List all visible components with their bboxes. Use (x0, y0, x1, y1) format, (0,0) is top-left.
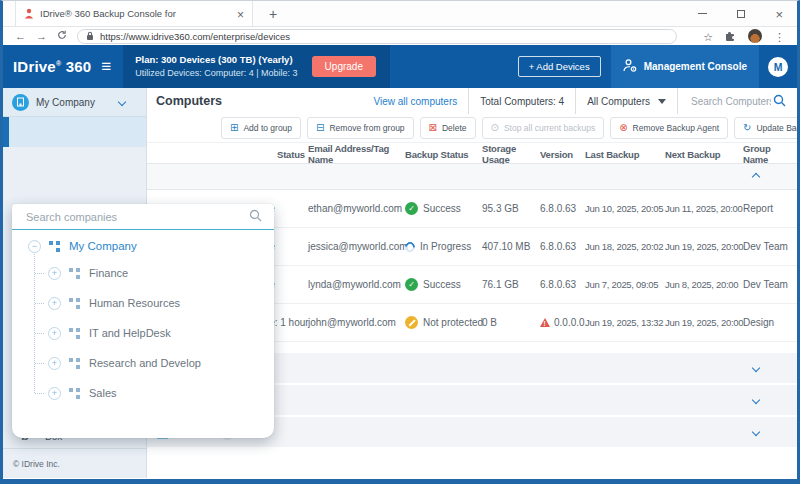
column-storage-usage[interactable]: Storage Usage (480, 143, 540, 165)
expanded-group-band[interactable] (147, 164, 797, 190)
tree-child-label: Finance (89, 267, 128, 279)
toolbar-button[interactable]: Add to group (221, 117, 301, 139)
version-cell: 6.8.0.63 (540, 203, 585, 214)
close-icon[interactable] (775, 5, 783, 23)
expand-plus-icon[interactable] (48, 357, 61, 370)
column-group-name[interactable]: Group Name (743, 143, 797, 165)
view-all-computers-link[interactable]: View all computers (363, 88, 469, 114)
column-last-backup[interactable]: Last Backup (585, 149, 665, 160)
hamburger-menu-icon[interactable] (101, 57, 111, 77)
forward-icon[interactable] (36, 31, 47, 42)
tree-child-label: Research and Develop (89, 357, 201, 369)
toolbar-button-icon (429, 123, 437, 133)
version-cell: 6.8.0.63 (540, 279, 585, 290)
column-next-backup[interactable]: Next Backup (665, 149, 743, 160)
window-controls (698, 1, 783, 26)
org-icon (69, 327, 81, 339)
company-dropdown-panel: My Company Finance Human (12, 204, 274, 438)
storage-usage: 95.3 GB (480, 203, 540, 214)
collapse-chevron-up-icon[interactable] (752, 173, 760, 181)
tree-node-child[interactable]: Research and Develop (12, 348, 274, 378)
next-backup: Jun 19, 2025, 20:00 (665, 317, 743, 328)
expand-chevron-down-icon[interactable] (752, 396, 760, 404)
toolbar-button[interactable]: Remove Backup Agent (610, 117, 728, 139)
expand-chevron-down-icon[interactable] (752, 364, 760, 372)
minimize-icon[interactable] (698, 13, 707, 14)
company-selector[interactable]: My Company (3, 88, 146, 117)
chevron-down-icon (118, 98, 126, 106)
search-computers-box[interactable] (678, 88, 797, 114)
browser-tab[interactable]: IDrive® 360 Backup Console for (15, 1, 253, 26)
version-cell: 6.8.0.63 (540, 241, 585, 252)
column-status[interactable]: Status (240, 149, 305, 160)
tree-node-child[interactable]: Sales (12, 378, 274, 408)
backup-status-cell: Success (405, 278, 480, 291)
company-search-input[interactable] (24, 210, 249, 224)
address-bar[interactable]: https://www.idrive360.com/enterprise/dev… (77, 29, 677, 44)
upgrade-button[interactable]: Upgrade (312, 56, 376, 77)
tree-node-root[interactable]: My Company (12, 234, 274, 258)
plan-line2: Utilized Devices: Computer: 4 | Mobile: … (135, 67, 297, 80)
browser-url-bar: https://www.idrive360.com/enterprise/dev… (3, 27, 797, 45)
page-header-row: Computers View all computers Total Compu… (147, 88, 797, 114)
management-console-icon (623, 59, 637, 74)
management-console-button[interactable]: Management Console (611, 45, 759, 88)
toolbar-button[interactable]: Delete (420, 117, 476, 139)
computer-email: john@myworld.com (305, 317, 405, 328)
page-title: Computers (147, 94, 222, 108)
expand-plus-icon[interactable] (48, 327, 61, 340)
expand-chevron-down-icon[interactable] (752, 428, 760, 436)
group-name: Design (743, 317, 797, 328)
backup-status-icon (405, 278, 418, 291)
version-cell: 0.0.0.0 (540, 317, 585, 328)
idrive360-logo: IDrive® 360 (3, 58, 91, 75)
tab-close-icon[interactable] (237, 5, 244, 23)
url-text: https://www.idrive360.com/enterprise/dev… (100, 31, 290, 42)
browser-tab-strip: IDrive® 360 Backup Console for (3, 1, 797, 27)
last-backup: Jun 7, 2025, 09:05 (585, 279, 665, 290)
sidebar-item-computers-active[interactable] (3, 117, 146, 147)
search-icon[interactable] (773, 94, 786, 109)
plan-line1: Plan: 300 Devices (300 TB) (Yearly) (135, 53, 297, 67)
browser-profile-avatar[interactable] (748, 29, 762, 43)
toolbar-button-icon (230, 123, 238, 133)
next-backup: Jun 19, 2025, 20:00 (665, 241, 743, 252)
backup-status-icon (405, 202, 418, 215)
plan-summary-panel: Plan: 300 Devices (300 TB) (Yearly) Util… (123, 45, 390, 88)
search-computers-input[interactable] (689, 95, 773, 108)
toolbar-button[interactable]: Update Backup Agent (734, 117, 800, 139)
toolbar-button[interactable]: Stop all current backups (482, 117, 605, 139)
company-search-box[interactable] (12, 204, 274, 230)
group-name: Dev Team (743, 241, 797, 252)
app-header: IDrive® 360 Plan: 300 Devices (300 TB) (… (3, 45, 797, 88)
extensions-puzzle-icon[interactable] (725, 27, 736, 45)
total-computers-count: Total Computers: 4 (469, 88, 575, 114)
expand-plus-icon[interactable] (48, 297, 61, 310)
expand-plus-icon[interactable] (48, 267, 61, 280)
column-version[interactable]: Version (540, 149, 585, 160)
reload-icon[interactable] (57, 30, 67, 42)
idrive-favicon-icon (24, 8, 34, 19)
column-email[interactable]: Email Address/Tag Name (305, 143, 405, 165)
browser-menu-icon[interactable] (774, 27, 785, 45)
new-tab-button[interactable] (269, 5, 277, 23)
expand-plus-icon[interactable] (48, 387, 61, 400)
tree-node-child[interactable]: Finance (12, 258, 274, 288)
org-icon (69, 297, 81, 309)
toolbar-button[interactable]: Remove from group (307, 117, 414, 139)
user-avatar[interactable]: M (768, 57, 788, 77)
column-backup-status[interactable]: Backup Status (405, 149, 480, 160)
computers-scope-dropdown[interactable]: All Computers (576, 88, 677, 114)
collapse-minus-icon[interactable] (28, 240, 41, 253)
restore-icon[interactable] (737, 10, 745, 18)
storage-usage: 76.1 GB (480, 279, 540, 290)
backup-status-icon (405, 316, 418, 329)
backup-status-icon (403, 239, 417, 253)
add-devices-button[interactable]: + Add Devices (518, 56, 601, 77)
back-icon[interactable] (15, 31, 26, 42)
tree-child-label: Sales (89, 387, 117, 399)
last-backup: Jun 10, 2025, 20:05 (585, 203, 665, 214)
tree-node-child[interactable]: Human Resources (12, 288, 274, 318)
bookmark-star-icon[interactable] (703, 27, 713, 45)
tree-node-child[interactable]: IT and HelpDesk (12, 318, 274, 348)
